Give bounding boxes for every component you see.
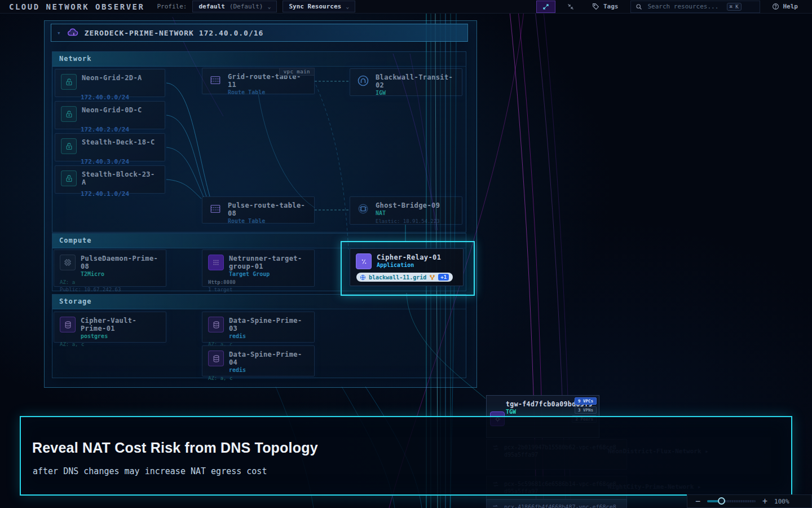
expand-button[interactable] xyxy=(536,1,555,13)
globe-icon xyxy=(360,274,366,281)
help-icon xyxy=(772,3,779,10)
search-icon xyxy=(636,3,642,10)
profile-value: default xyxy=(198,3,224,10)
search-box[interactable]: ⌘ K xyxy=(630,1,760,13)
dns-more-badge: +1 xyxy=(438,274,449,281)
profile-label: Profile: xyxy=(157,3,187,10)
dns-record-pill[interactable]: blackwall-11.grid +1 xyxy=(356,273,453,282)
application-node-cipher-relay-01[interactable]: Cipher-Relay-01 Application blackwall-11… xyxy=(350,248,464,286)
app-root: CLOUD NETWORK OBSERVER Profile: default … xyxy=(0,0,812,508)
zoom-out-button[interactable]: − xyxy=(695,497,700,506)
top-bar: CLOUD NETWORK OBSERVER Profile: default … xyxy=(0,0,812,14)
app-brand: CLOUD NETWORK OBSERVER xyxy=(9,2,144,11)
zoom-control: − + 100% xyxy=(687,494,812,508)
zoom-slider[interactable] xyxy=(707,497,756,505)
collapse-icon xyxy=(567,3,574,10)
insight-overlay: Reveal NAT Cost Risk from DNS Topology a… xyxy=(20,416,792,496)
profile-hint: (Default) xyxy=(230,3,263,10)
chevron-down-icon: ⌄ xyxy=(267,3,271,10)
branch-icon xyxy=(429,274,435,281)
expand-icon xyxy=(542,3,549,10)
tgw-vpcs-badge: 9 VPCs xyxy=(575,397,597,405)
node-subtitle: Application xyxy=(377,261,441,269)
tags-button[interactable]: Tags xyxy=(586,1,625,13)
tag-icon xyxy=(592,3,599,10)
zoom-slider-knob[interactable] xyxy=(718,497,725,505)
section-network-title: Network xyxy=(52,52,466,67)
zoom-level: 100% xyxy=(774,498,789,505)
vpc-title: ZERODECK-PRIME-NETWORK 172.40.0.0/16 xyxy=(85,29,264,37)
application-icon xyxy=(356,253,372,269)
insight-subtitle: after DNS changes may increase NAT egres… xyxy=(33,466,267,476)
section-storage-title: Storage xyxy=(52,295,466,309)
chevron-down-icon: ⌄ xyxy=(346,3,349,10)
sync-resources-dropdown[interactable]: Sync Resources ⌄ xyxy=(283,1,355,12)
collapse-caret-icon[interactable]: ▾ xyxy=(57,29,61,37)
help-button[interactable]: Help xyxy=(766,1,805,13)
search-shortcut-badge: ⌘ K xyxy=(727,3,742,11)
tgw-vpns-badge: 3 VPNs xyxy=(575,406,597,414)
cloud-icon xyxy=(67,27,79,39)
search-input[interactable] xyxy=(647,2,722,11)
node-title: Cipher-Relay-01 xyxy=(377,253,441,261)
collapse-button[interactable] xyxy=(561,1,580,13)
insight-title: Reveal NAT Cost Risk from DNS Topology xyxy=(32,440,318,456)
dns-record-name: blackwall-11.grid xyxy=(369,274,426,281)
section-storage: Storage xyxy=(52,294,466,378)
sync-resources-label: Sync Resources xyxy=(289,3,341,10)
peering-id: pcx-41866fb4f4668b487-vpc-ef68ce8d95a5ff… xyxy=(504,503,617,508)
help-label: Help xyxy=(783,3,798,10)
profile-dropdown[interactable]: default (Default) ⌄ xyxy=(192,1,277,12)
section-network: Network xyxy=(52,51,466,233)
peering-node[interactable]: pcx-41866fb4f4668b487-vpc-ef68ce8d95a5ff… xyxy=(486,499,627,508)
peering-icon xyxy=(492,503,500,508)
vpc-header[interactable]: ▾ ZERODECK-PRIME-NETWORK 172.40.0.0/16 xyxy=(51,24,468,42)
tags-label: Tags xyxy=(603,3,619,10)
zoom-in-button[interactable]: + xyxy=(762,497,767,506)
